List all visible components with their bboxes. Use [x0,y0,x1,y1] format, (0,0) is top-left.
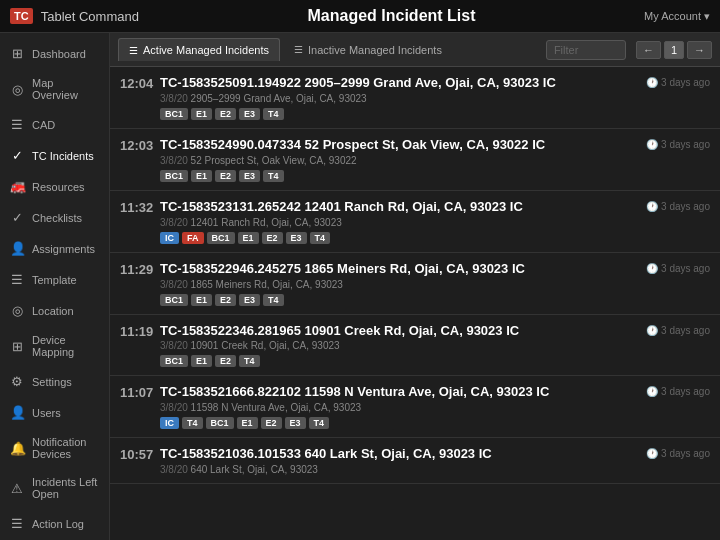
nav-buttons: ← 1 → [636,41,712,59]
incident-age: 🕐 3 days ago [646,384,710,397]
next-page-button[interactable]: → [687,41,712,59]
incident-time: 11:32 [120,199,158,215]
my-account-button[interactable]: My Account ▾ [644,10,710,23]
sidebar-item-device-mapping[interactable]: ⊞ Device Mapping [0,326,109,366]
sidebar-item-assignments[interactable]: 👤 Assignments [0,233,109,264]
badge-e2-2: E2 [215,294,236,306]
sidebar-icon-settings: ⚙ [10,374,24,389]
clock-icon: 🕐 [646,201,658,212]
badge-t4-6: T4 [309,417,330,429]
incident-item[interactable]: 10:57 TC-1583521036.101533 640 Lark St, … [110,438,720,484]
incident-age: 🕐 3 days ago [646,199,710,212]
incident-date: 3/8/20 1865 Meiners Rd, Ojai, CA, 93023 [160,279,638,290]
incident-address: 11598 N Ventura Ave, Ojai, CA, 93023 [191,402,362,413]
incident-address: 52 Prospect St, Oak View, CA, 93022 [191,155,357,166]
badge-bc1-0: BC1 [160,294,188,306]
sidebar-item-resources[interactable]: 🚒 Resources [0,171,109,202]
incident-time: 12:03 [120,137,158,153]
sidebar-icon-tc-incidents: ✓ [10,148,24,163]
incident-body: TC-1583521666.822102 11598 N Ventura Ave… [160,384,638,429]
badge-e1-1: E1 [191,108,212,120]
incident-title: TC-1583524990.047334 52 Prospect St, Oak… [160,137,638,154]
badge-e1-1: E1 [191,355,212,367]
tab-inactive-managed[interactable]: ☰ Inactive Managed Incidents [284,39,452,61]
badge-t4-6: T4 [310,232,331,244]
sidebar-icon-resources: 🚒 [10,179,24,194]
sidebar-item-location[interactable]: ◎ Location [0,295,109,326]
sidebar-icon-cad: ☰ [10,117,24,132]
sidebar-icon-incidents-left-open: ⚠ [10,481,24,496]
sidebar-label-notification-devices: Notification Devices [32,436,99,460]
incident-item[interactable]: 12:04 TC-1583525091.194922 2905–2999 Gra… [110,67,720,129]
badge-row: BC1E1E2T4 [160,355,638,367]
badge-e2-2: E2 [215,108,236,120]
incident-body: TC-1583523131.265242 12401 Ranch Rd, Oja… [160,199,638,244]
badge-e3-5: E3 [285,417,306,429]
incident-date: 3/8/20 11598 N Ventura Ave, Ojai, CA, 93… [160,402,638,413]
filter-input[interactable] [546,40,626,60]
incident-date: 3/8/20 52 Prospect St, Oak View, CA, 930… [160,155,638,166]
sidebar-icon-template: ☰ [10,272,24,287]
tc-logo: TC [10,8,33,24]
badge-e2-4: E2 [262,232,283,244]
incident-address: 1865 Meiners Rd, Ojai, CA, 93023 [191,279,343,290]
badge-bc1-0: BC1 [160,108,188,120]
tab-active-managed[interactable]: ☰ Active Managed Incidents [118,38,280,61]
incident-time: 12:04 [120,75,158,91]
incident-address: 2905–2999 Grand Ave, Ojai, CA, 93023 [191,93,367,104]
incident-item[interactable]: 11:29 TC-1583522946.245275 1865 Meiners … [110,253,720,315]
sidebar-icon-location: ◎ [10,303,24,318]
sidebar-item-cad[interactable]: ☰ CAD [0,109,109,140]
current-page-button[interactable]: 1 [664,41,684,59]
incident-body: TC-1583522946.245275 1865 Meiners Rd, Oj… [160,261,638,306]
incident-age: 🕐 3 days ago [646,446,710,459]
sidebar-item-action-log[interactable]: ☰ Action Log [0,508,109,539]
sidebar-item-checklists[interactable]: ✓ Checklists [0,202,109,233]
badge-e1-1: E1 [191,294,212,306]
incident-title: TC-1583522346.281965 10901 Creek Rd, Oja… [160,323,638,340]
badge-row: ICFABC1E1E2E3T4 [160,232,638,244]
incident-age-label: 3 days ago [661,139,710,150]
incident-age-label: 3 days ago [661,386,710,397]
sidebar-item-tc-incidents[interactable]: ✓ TC Incidents [0,140,109,171]
sidebar-label-incidents-left-open: Incidents Left Open [32,476,99,500]
sidebar-icon-assignments: 👤 [10,241,24,256]
badge-e2-2: E2 [215,355,236,367]
incident-item[interactable]: 11:32 TC-1583523131.265242 12401 Ranch R… [110,191,720,253]
incident-item[interactable]: 11:19 TC-1583522346.281965 10901 Creek R… [110,315,720,377]
top-bar-left: TC Tablet Command [10,8,139,24]
sidebar-label-dashboard: Dashboard [32,48,86,60]
badge-e1-3: E1 [237,417,258,429]
incident-body: TC-1583521036.101533 640 Lark St, Ojai, … [160,446,638,475]
incident-item[interactable]: 12:03 TC-1583524990.047334 52 Prospect S… [110,129,720,191]
prev-page-button[interactable]: ← [636,41,661,59]
sidebar-item-notification-devices[interactable]: 🔔 Notification Devices [0,428,109,468]
sidebar-item-settings[interactable]: ⚙ Settings [0,366,109,397]
incident-time: 11:29 [120,261,158,277]
sidebar-item-dashboard[interactable]: ⊞ Dashboard [0,38,109,69]
incident-title: TC-1583523131.265242 12401 Ranch Rd, Oja… [160,199,638,216]
incident-age: 🕐 3 days ago [646,323,710,336]
incident-item[interactable]: 11:07 TC-1583521666.822102 11598 N Ventu… [110,376,720,438]
badge-e3-3: E3 [239,108,260,120]
incident-body: TC-1583525091.194922 2905–2999 Grand Ave… [160,75,638,120]
sidebar-item-template[interactable]: ☰ Template [0,264,109,295]
sidebar-label-users: Users [32,407,61,419]
tab-inactive-icon: ☰ [294,44,303,55]
incident-age-label: 3 days ago [661,325,710,336]
incident-age-label: 3 days ago [661,263,710,274]
badge-e2-4: E2 [261,417,282,429]
badge-bc1-0: BC1 [160,355,188,367]
incident-time: 11:19 [120,323,158,339]
sidebar-item-users[interactable]: 👤 Users [0,397,109,428]
badge-bc1-0: BC1 [160,170,188,182]
badge-fa-1: FA [182,232,204,244]
badge-ic-0: IC [160,232,179,244]
sidebar-item-map-overview[interactable]: ◎ Map Overview [0,69,109,109]
clock-icon: 🕐 [646,386,658,397]
sidebar-label-settings: Settings [32,376,72,388]
sidebar: ⊞ Dashboard ◎ Map Overview ☰ CAD ✓ TC In… [0,33,110,540]
sidebar-label-map-overview: Map Overview [32,77,99,101]
incident-body: TC-1583522346.281965 10901 Creek Rd, Oja… [160,323,638,368]
sidebar-item-incidents-left-open[interactable]: ⚠ Incidents Left Open [0,468,109,508]
